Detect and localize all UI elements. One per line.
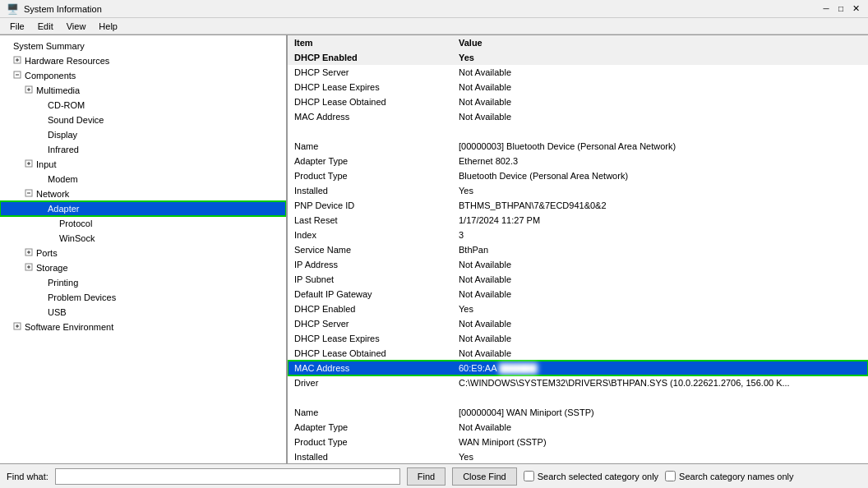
tree-item-display[interactable]: Display <box>0 127 286 142</box>
search-selected-checkbox[interactable] <box>524 471 534 481</box>
tree-item-cd-rom[interactable]: CD-ROM <box>0 98 286 113</box>
col-value: Value <box>452 35 868 50</box>
cell-value <box>452 390 868 405</box>
restore-button[interactable]: □ <box>835 3 847 15</box>
cell-item: DHCP Enabled <box>288 50 452 65</box>
table-row[interactable] <box>288 390 868 405</box>
table-row[interactable]: InstalledYes <box>288 449 868 463</box>
bottom-bar: Find what: Find Close Find Search select… <box>0 463 868 488</box>
table-row[interactable]: DHCP EnabledYes <box>288 50 868 65</box>
table-row[interactable]: Service NameBthPan <box>288 242 868 257</box>
tree-label-problem-devices: Problem Devices <box>46 292 116 302</box>
table-row[interactable]: DHCP ServerNot Available <box>288 65 868 80</box>
tree-label-system-summary: System Summary <box>12 41 85 51</box>
cell-value: Not Available <box>452 257 868 272</box>
tree-item-protocol[interactable]: Protocol <box>0 216 286 231</box>
search-category-names-checkbox[interactable] <box>665 471 676 481</box>
tree-item-components[interactable]: Components <box>0 68 286 83</box>
cell-item: Product Type <box>288 435 452 449</box>
close-find-button[interactable]: Close Find <box>452 467 517 486</box>
find-input[interactable] <box>55 468 400 485</box>
main-layout: System SummaryHardware ResourcesComponen… <box>0 35 868 463</box>
cell-item <box>288 390 452 405</box>
tree-item-input[interactable]: Input <box>0 157 286 172</box>
tree-expander-multimedia[interactable] <box>23 85 35 95</box>
tree-pane[interactable]: System SummaryHardware ResourcesComponen… <box>0 35 288 463</box>
cell-value: Ethernet 802.3 <box>452 154 868 168</box>
cell-value: Not Available <box>452 80 868 94</box>
table-row[interactable]: Last Reset1/17/2024 11:27 PM <box>288 213 868 228</box>
close-button[interactable]: ✕ <box>850 3 861 15</box>
table-row[interactable]: MAC AddressNot Available <box>288 109 868 124</box>
table-row[interactable]: Adapter TypeNot Available <box>288 420 868 435</box>
col-item: Item <box>288 35 452 50</box>
tree-item-infrared[interactable]: Infrared <box>0 142 286 157</box>
tree-item-adapter[interactable]: Adapter <box>0 201 286 216</box>
cell-value: WAN Miniport (SSTP) <box>452 435 868 449</box>
table-row[interactable]: PNP Device IDBTHMS_BTHPAN\7&7ECD941&0&2 <box>288 198 868 213</box>
tree-item-winsock[interactable]: WinSock <box>0 231 286 246</box>
cell-item: Installed <box>288 449 452 463</box>
tree-expander-software-environment[interactable] <box>12 322 23 332</box>
find-button[interactable]: Find <box>407 467 446 486</box>
table-row[interactable]: Name[00000003] Bluetooth Device (Persona… <box>288 139 868 154</box>
tree-item-ports[interactable]: Ports <box>0 246 286 260</box>
table-row[interactable]: DHCP Lease ObtainedNot Available <box>288 94 868 109</box>
cell-value: 1/17/2024 11:27 PM <box>452 213 868 228</box>
menu-help[interactable]: Help <box>92 20 124 33</box>
table-row[interactable]: MAC Address60:E9:AA ██████ <box>288 361 868 375</box>
table-row[interactable] <box>288 124 868 139</box>
cell-item: Service Name <box>288 242 452 257</box>
table-row[interactable]: InstalledYes <box>288 183 868 198</box>
window-title: System Information <box>24 4 102 14</box>
cell-value: Not Available <box>452 346 868 361</box>
cell-value: Yes <box>452 50 868 65</box>
table-row[interactable]: DHCP EnabledYes <box>288 302 868 316</box>
table-row[interactable]: DriverC:\WINDOWS\SYSTEM32\DRIVERS\BTHPAN… <box>288 375 868 390</box>
table-row[interactable]: DHCP Lease ExpiresNot Available <box>288 331 868 346</box>
tree-item-usb[interactable]: USB <box>0 305 286 320</box>
table-row[interactable]: Adapter TypeEthernet 802.3 <box>288 154 868 168</box>
tree-item-hardware-resources[interactable]: Hardware Resources <box>0 53 286 68</box>
cell-item: Default IP Gateway <box>288 287 452 302</box>
menu-edit[interactable]: Edit <box>31 20 60 33</box>
table-row[interactable]: DHCP Lease ObtainedNot Available <box>288 346 868 361</box>
tree-item-software-environment[interactable]: Software Environment <box>0 320 286 334</box>
tree-item-network[interactable]: Network <box>0 186 286 201</box>
menu-view[interactable]: View <box>60 20 93 33</box>
tree-item-problem-devices[interactable]: Problem Devices <box>0 290 286 305</box>
tree-expander-network[interactable] <box>23 189 35 199</box>
tree-expander-input[interactable] <box>23 159 35 169</box>
cell-value: Bluetooth Device (Personal Area Network) <box>452 168 868 183</box>
menu-file[interactable]: File <box>3 20 31 33</box>
tree-item-multimedia[interactable]: Multimedia <box>0 83 286 98</box>
table-row[interactable]: IP AddressNot Available <box>288 257 868 272</box>
tree-label-protocol: Protocol <box>58 219 92 228</box>
tree-item-storage[interactable]: Storage <box>0 260 286 275</box>
table-row[interactable]: Product TypeWAN Miniport (SSTP) <box>288 435 868 449</box>
table-row[interactable]: Default IP GatewayNot Available <box>288 287 868 302</box>
tree-expander-storage[interactable] <box>23 263 35 273</box>
table-row[interactable]: DHCP ServerNot Available <box>288 316 868 331</box>
table-row[interactable]: Name[00000004] WAN Miniport (SSTP) <box>288 405 868 420</box>
table-row[interactable]: DHCP Lease ExpiresNot Available <box>288 80 868 94</box>
tree-expander-hardware-resources[interactable] <box>12 56 23 66</box>
minimize-button[interactable]: ─ <box>820 3 832 15</box>
tree-label-infrared: Infrared <box>46 145 79 154</box>
tree-item-sound-device[interactable]: Sound Device <box>0 113 286 127</box>
table-row[interactable]: Index3 <box>288 228 868 242</box>
data-pane[interactable]: Item Value DHCP EnabledYesDHCP ServerNot… <box>288 35 868 463</box>
cell-item: MAC Address <box>288 361 452 375</box>
cell-item: MAC Address <box>288 109 452 124</box>
tree-item-printing[interactable]: Printing <box>0 275 286 290</box>
table-row[interactable]: IP SubnetNot Available <box>288 272 868 287</box>
tree-label-network: Network <box>35 189 69 199</box>
tree-item-modem[interactable]: Modem <box>0 172 286 186</box>
cell-value: Yes <box>452 302 868 316</box>
tree-expander-components[interactable] <box>12 71 23 81</box>
table-row[interactable]: Product TypeBluetooth Device (Personal A… <box>288 168 868 183</box>
tree-item-system-summary[interactable]: System Summary <box>0 39 286 53</box>
tree-expander-ports[interactable] <box>23 248 35 258</box>
tree-label-input: Input <box>35 159 56 169</box>
cell-item: Adapter Type <box>288 420 452 435</box>
